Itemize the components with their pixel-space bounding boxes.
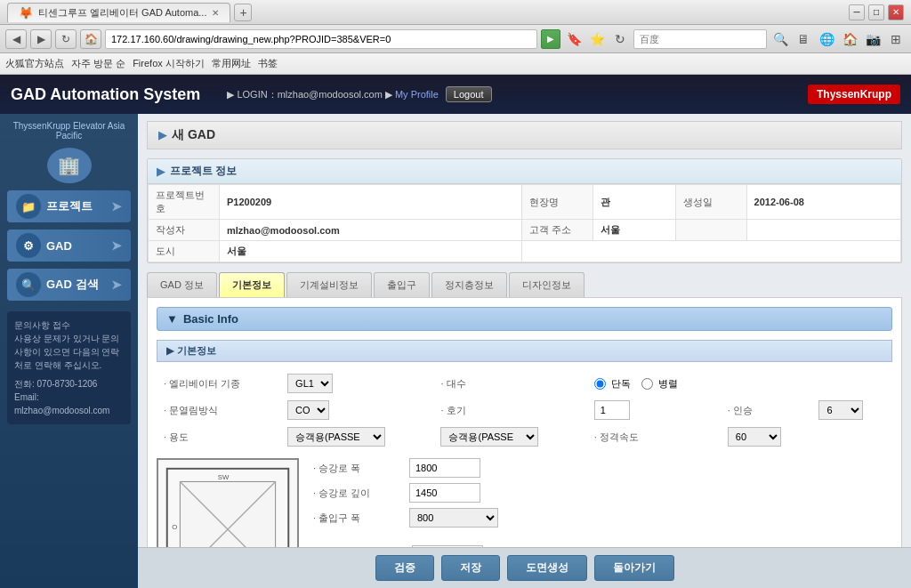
maximize-button[interactable]: □ <box>868 4 884 20</box>
gad-search-icon: 🔍 <box>16 272 41 297</box>
verify-button[interactable]: 검증 <box>375 555 434 581</box>
toolbar-icon-7[interactable]: 🏠 <box>840 29 859 49</box>
tab-title: 티센그루프 엘리베이터 GAD Automa... <box>38 6 206 20</box>
table-row: 엘리베이터 기종 GL1 대수 단독 <box>158 371 891 396</box>
hoistway-depth-row: 승강로 깊이 <box>313 483 892 503</box>
floors-label: 대수 <box>435 371 586 396</box>
bookmark-1[interactable]: 火狐官方站点 <box>5 57 64 70</box>
close-button[interactable]: ✕ <box>888 4 904 20</box>
svg-text:O: O <box>172 523 177 531</box>
door-width-select[interactable]: 800 <box>409 508 498 528</box>
sidebar-item-projects[interactable]: 📁 프로젝트 ➤ <box>7 190 131 222</box>
firefox-icon: 🦊 <box>19 6 33 20</box>
hoistway-input[interactable]: 1 <box>594 400 630 420</box>
url-field[interactable] <box>105 29 537 49</box>
forward-button[interactable]: ▶ <box>30 29 52 49</box>
toolbar-icon-3[interactable]: ↻ <box>610 29 630 49</box>
radio-parallel-input[interactable] <box>641 378 653 390</box>
door-type-label: 문열림방식 <box>158 398 280 423</box>
project-info-icon: ▶ <box>157 165 165 178</box>
bookmark-2[interactable]: 자주 방문 순 <box>71 57 125 70</box>
tab-gad-info[interactable]: GAD 정보 <box>147 272 217 297</box>
new-tab-button[interactable]: + <box>234 4 252 21</box>
hoistway-depth-label: 승강로 깊이 <box>313 487 402 500</box>
door-width-row: 출입구 폭 800 <box>313 508 892 528</box>
elevator-type-select[interactable]: GL1 <box>287 374 333 393</box>
go-back-button[interactable]: 돌아가기 <box>594 555 674 581</box>
author-label: 작성자 <box>149 220 220 241</box>
tab-entrance[interactable]: 출입구 <box>374 272 430 297</box>
hoistway-width-input[interactable] <box>409 458 480 478</box>
subsection-header: ▶ 기본정보 <box>157 340 892 362</box>
toolbar-icon-2[interactable]: ⭐ <box>587 29 607 49</box>
city-label: 도시 <box>149 241 220 262</box>
generate-drawing-button[interactable]: 도면생성 <box>507 555 587 581</box>
created-date-label: 생성일 <box>675 185 746 220</box>
projects-arrow-icon: ➤ <box>111 199 122 213</box>
sidebar-item-gad-search[interactable]: 🔍 GAD 검색 ➤ <box>7 269 131 301</box>
save-button[interactable]: 저장 <box>441 555 500 581</box>
author-value: mlzhao@modoosol.com <box>220 220 522 241</box>
radio-single[interactable]: 단독 <box>594 377 631 391</box>
sidebar-phone: 전화: 070-8730-1206 <box>14 377 124 391</box>
bookmark-3[interactable]: Firefox 시작하기 <box>133 57 205 70</box>
company-logo-icon: 🏢 <box>47 148 92 183</box>
info-form-table: 엘리베이터 기종 GL1 대수 단독 <box>157 369 892 451</box>
hoistway-depth-input[interactable] <box>409 483 480 503</box>
project-number-label: 프로젝트번호 <box>149 185 220 220</box>
toolbar-icon-5[interactable]: 🖥 <box>794 29 813 49</box>
toolbar-icon-8[interactable]: 📷 <box>863 29 883 49</box>
app-title: GAD Automation System <box>11 85 200 104</box>
toolbar-icon-6[interactable]: 🌐 <box>817 29 836 49</box>
tab-basic-info[interactable]: 기본정보 <box>219 272 285 297</box>
company-logo: ThyssenKrupp <box>808 85 900 104</box>
toolbar-icon-9[interactable]: ⊞ <box>886 29 906 49</box>
bookmark-4[interactable]: 常用网址 <box>212 57 251 70</box>
sidebar-info-text: 문의사항 접수사용상 문제가 있거나 문의사항이 있으면 다음의 연락처로 연락… <box>14 318 124 372</box>
refresh-button[interactable]: ↻ <box>55 29 77 49</box>
login-info: ▶ LOGIN：mlzhao@modoosol.com ▶ My Profile <box>227 88 438 101</box>
tab-machine-info[interactable]: 기계설비정보 <box>286 272 372 297</box>
radio-parallel[interactable]: 병렬 <box>641 377 678 391</box>
created-date-value: 2012-06-08 <box>746 185 900 220</box>
city-value: 서울 <box>220 241 522 262</box>
hoistway-width-label: 승강로 폭 <box>313 462 402 475</box>
site-name-label: 현장명 <box>522 185 593 220</box>
bottom-bar: 검증 저장 도면생성 돌아가기 <box>138 547 911 588</box>
login-label: LOGIN：mlzhao@modoosol.com <box>237 89 382 100</box>
hoistway-label: 호기 <box>435 398 586 423</box>
radio-single-input[interactable] <box>594 378 606 390</box>
sidebar-item-gad[interactable]: ⚙ GAD ➤ <box>7 230 131 262</box>
table-row: 프로젝트번호 P1200209 현장명 관 생성일 2012-06-08 <box>149 185 901 220</box>
table-row: 작성자 mlzhao@modoosol.com 고객 주소 서울 <box>149 220 901 241</box>
search-field[interactable] <box>633 29 767 49</box>
tab-close-btn[interactable]: ✕ <box>212 8 219 18</box>
purpose-select[interactable]: 승객용(PASSE <box>287 427 385 447</box>
minimize-button[interactable]: ─ <box>849 4 865 20</box>
purpose-select-2[interactable]: 승객용(PASSE <box>440 427 538 447</box>
radio-single-label: 단독 <box>611 377 631 391</box>
page-title: 새 GAD <box>172 127 215 143</box>
projects-icon: 📁 <box>16 194 41 219</box>
sidebar-item-label-gad: GAD <box>46 239 111 253</box>
site-name-value: 관 <box>593 185 675 220</box>
home-button[interactable]: 🏠 <box>80 29 101 49</box>
project-number-value: P1200209 <box>220 185 522 220</box>
tabs-bar: GAD 정보 기본정보 기계설비정보 출입구 정지층정보 디자인정보 <box>147 272 902 297</box>
logout-button[interactable]: Logout <box>446 86 492 102</box>
go-button[interactable]: ▶ <box>541 29 560 49</box>
door-type-select[interactable]: CO <box>287 400 329 420</box>
toolbar-icon-4[interactable]: 🔍 <box>770 29 790 49</box>
back-button[interactable]: ◀ <box>5 29 27 49</box>
browser-tab[interactable]: 🦊 티센그루프 엘리베이터 GAD Automa... ✕ <box>7 3 230 22</box>
rated-speed-select[interactable]: 60 <box>728 427 781 447</box>
tab-design-info[interactable]: 디자인정보 <box>509 272 584 297</box>
table-row: 도시 서울 <box>149 241 901 262</box>
bookmark-5[interactable]: 书签 <box>258 57 278 70</box>
toolbar-icon-1[interactable]: 🔖 <box>564 29 584 49</box>
page-title-bar: ▶ 새 GAD <box>147 121 902 149</box>
subsection-icon: ▶ <box>166 345 173 357</box>
capacity-select[interactable]: 6 <box>818 400 863 420</box>
tab-stop-info[interactable]: 정지층정보 <box>431 272 507 297</box>
my-profile-link[interactable]: My Profile <box>395 89 439 100</box>
